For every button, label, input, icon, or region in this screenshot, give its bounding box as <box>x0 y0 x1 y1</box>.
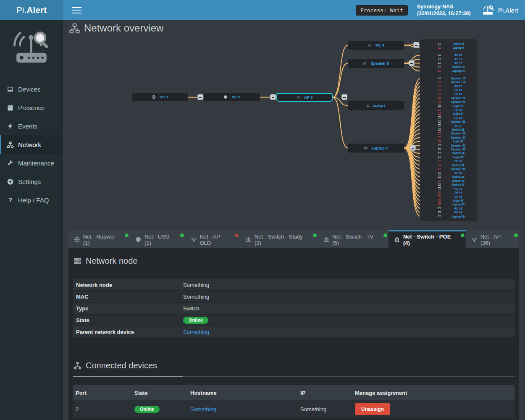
status-dot-green <box>313 234 317 237</box>
cluster-item-pc-19[interactable]: PC 19 <box>420 92 477 96</box>
device-icon-gray <box>438 172 441 174</box>
tab-net-switch-study-2[interactable]: Net - Switch - Study (2) <box>240 230 318 248</box>
cluster-item-pc-25[interactable]: PC 25 <box>420 116 477 120</box>
shield-icon <box>135 236 142 243</box>
parent-device-link[interactable]: Something <box>183 329 209 335</box>
cluster-item-speaker-32[interactable]: Speaker 32 <box>420 144 477 147</box>
diagram-node-ap2[interactable]: AP 2 <box>204 93 260 101</box>
cluster-item-ap-44[interactable]: AP 44 <box>420 191 477 194</box>
cluster-item-switch-40[interactable]: Switch 40 <box>420 175 477 179</box>
tab-net-huawei-1[interactable]: Net - Huawei (1) <box>68 230 130 248</box>
diagram-node-pc1[interactable]: PC 1 <box>132 93 188 101</box>
diagram-node-ap3[interactable]: AP 3 <box>276 93 333 102</box>
cluster-item-speaker-29[interactable]: Speaker 29 <box>420 131 477 135</box>
cluster-item-ap-45[interactable]: AP 45 <box>420 195 477 199</box>
sidebar-item-settings[interactable]: Settings <box>0 172 63 191</box>
pialert-router-logo <box>12 30 51 65</box>
cluster-item-speaker-21[interactable]: Speaker 21 <box>420 100 477 104</box>
cluster-item-speaker-33[interactable]: Speaker 33 <box>420 147 477 151</box>
network-tabs: Net - Huawei (1)Net - USG (1)Net - AP OL… <box>68 230 519 248</box>
cluster-item-speaker-16[interactable]: Speaker 16 <box>420 80 477 84</box>
collapse-connector[interactable] <box>409 60 415 66</box>
cluster-item-speaker-20[interactable]: Speaker 20 <box>420 96 477 100</box>
cluster-item-label: Speaker 16 <box>442 80 475 84</box>
cluster-item-light-22[interactable]: Light 22 <box>420 104 477 108</box>
cluster-item-label: Speaker 15 <box>442 76 475 80</box>
cluster-item-ap-27[interactable]: AP 27 <box>420 124 477 128</box>
cluster-item-label: PC 43 <box>442 187 475 191</box>
sidebar-toggle-button[interactable] <box>72 7 81 13</box>
tab-net-ap-36[interactable]: Net - AP (36) <box>466 230 519 248</box>
wrench-icon <box>7 160 14 167</box>
cluster-item-switch-13[interactable]: Switch 13 <box>420 65 477 69</box>
sidebar-item-events[interactable]: Events <box>0 117 63 135</box>
diagram-node-pc4[interactable]: PC 4 <box>348 41 404 50</box>
cluster-item-switch-8[interactable]: Switch 8 <box>420 42 477 46</box>
cluster-item-laptop-14[interactable]: Laptop 14 <box>420 69 477 73</box>
collapse-connector[interactable] <box>413 42 419 48</box>
cluster-item-pc-49[interactable]: PC 49 <box>420 210 477 214</box>
collapse-connector[interactable] <box>197 94 203 100</box>
tab-label: Net - Switch - Study (2) <box>255 234 310 246</box>
cluster-item-speaker-15[interactable]: Speaker 15 <box>420 76 477 80</box>
device-icon-gray <box>438 66 441 68</box>
cluster-item-switch-37[interactable]: Switch 37 <box>420 163 477 167</box>
cluster-item-light-35[interactable]: Light 35 <box>420 155 477 159</box>
cluster-item-label: Laptop 14 <box>442 69 475 73</box>
state-badge: Online <box>134 406 160 413</box>
server-icon <box>73 257 82 265</box>
hostname-link[interactable]: Something <box>190 406 216 412</box>
cluster-item-switch-42[interactable]: Switch 42 <box>420 183 477 186</box>
cluster-item-switch-28[interactable]: Switch 28 <box>420 128 477 131</box>
collapse-connector[interactable] <box>410 145 416 151</box>
sidebar-item-presence[interactable]: Presence <box>0 98 63 117</box>
cluster-item-ap-12[interactable]: AP 12 <box>420 61 477 65</box>
tab-label: Net - Switch - POE (4) <box>403 234 458 246</box>
cluster-item-pc-36[interactable]: PC 36 <box>420 159 477 163</box>
cluster-item-switch-41[interactable]: Switch 41 <box>420 179 477 183</box>
collapse-connector[interactable] <box>270 94 276 100</box>
cluster-item-speaker-30[interactable]: Speaker 30 <box>420 136 477 139</box>
sidebar-item-network[interactable]: Network <box>0 135 63 154</box>
cluster-item-speaker-38[interactable]: Speaker 38 <box>420 167 477 171</box>
cluster-item-pc-43[interactable]: PC 43 <box>420 187 477 191</box>
sidebar-item-help-faq[interactable]: Help / FAQ <box>0 191 63 209</box>
device-icon-red <box>438 140 441 142</box>
cluster-box[interactable]: Switch 8Laptop 9AP 10AP 11AP 12Switch 13… <box>420 39 477 221</box>
cluster-item-laptop-50[interactable]: Laptop 50 <box>420 215 477 218</box>
cluster-item-ap-17[interactable]: AP 17 <box>420 84 477 88</box>
cluster-item-laptop-9[interactable]: Laptop 9 <box>420 46 477 50</box>
device-icon-gray <box>438 58 441 60</box>
cluster-item-pc-48[interactable]: PC 48 <box>420 207 477 210</box>
tab-net-usg-1[interactable]: Net - USG (1) <box>130 230 185 248</box>
collapse-connector[interactable] <box>341 94 347 100</box>
cluster-item-speaker-26[interactable]: Speaker 26 <box>420 120 477 123</box>
cluster-item-switch-34[interactable]: Switch 34 <box>420 151 477 155</box>
diagram-node-laptop6[interactable]: Laptop 6 <box>348 101 404 110</box>
navbar-right: Process: Wait Synology-NAS (22/01/2023, … <box>356 3 518 17</box>
tab-net-switch-poe-4[interactable]: Net - Switch - POE (4) <box>388 230 466 248</box>
device-icon-gray <box>438 77 441 79</box>
device-icon-red <box>438 200 441 202</box>
cluster-item-pc-18[interactable]: PC 18 <box>420 88 477 92</box>
cluster-item-light-46[interactable]: Light 46 <box>420 199 477 202</box>
detail-row-mac: MACSomething <box>73 291 514 302</box>
diagram-node-speaker5[interactable]: Speaker 5 <box>348 59 404 68</box>
tab-net-ap-old[interactable]: Net - AP OLD <box>185 230 240 248</box>
cluster-item-pc-23[interactable]: PC 23 <box>420 108 477 112</box>
gear-icon <box>7 178 14 185</box>
sidebar-item-devices[interactable]: Devices <box>0 80 63 98</box>
wifi-icon <box>191 236 197 243</box>
cluster-item-laptop-47[interactable]: Laptop 47 <box>420 202 477 206</box>
cluster-item-ap-39[interactable]: AP 39 <box>420 171 477 175</box>
unassign-button[interactable]: Unassign <box>355 403 390 415</box>
cluster-item-ap-10[interactable]: AP 10 <box>420 53 477 57</box>
app-logo[interactable]: Pi.Alert <box>0 0 63 20</box>
cluster-item-light-31[interactable]: Light 31 <box>420 139 477 143</box>
diagram-node-laptop7[interactable]: Laptop 7 <box>348 144 404 152</box>
sidebar-item-label: Devices <box>18 86 40 93</box>
tab-net-switch-tv-5[interactable]: Net - Switch - TV (5) <box>318 230 389 248</box>
cluster-item-ap-11[interactable]: AP 11 <box>420 57 477 61</box>
cluster-item-light-24[interactable]: Light 24 <box>420 112 477 116</box>
sidebar-item-maintenance[interactable]: Maintenance <box>0 154 63 172</box>
